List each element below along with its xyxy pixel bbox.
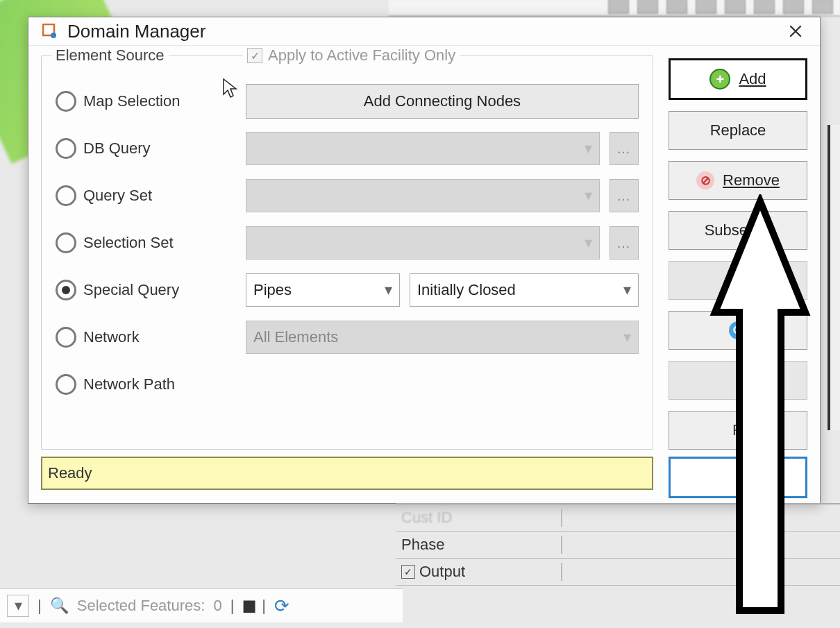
add-connecting-nodes-button[interactable]: Add Connecting Nodes: [246, 84, 639, 119]
button-label: R: [732, 421, 744, 439]
radio-icon: [56, 138, 76, 159]
dialog-close-button[interactable]: [669, 457, 807, 498]
dialog-titlebar[interactable]: Domain Manager: [28, 17, 820, 46]
radio-db-query[interactable]: DB Query: [56, 138, 236, 159]
radio-icon: [56, 232, 76, 253]
action-button-blank-1[interactable]: [669, 261, 807, 300]
selection-set-browse-button: …: [610, 226, 639, 260]
element-source-group: Element Source ✓ Apply to Active Facilit…: [41, 56, 653, 450]
radio-icon: [56, 91, 76, 112]
chevron-down-icon: ▾: [585, 234, 592, 252]
button-label: Add Connecting Nodes: [364, 92, 521, 110]
radio-selection-set[interactable]: Selection Set: [56, 232, 236, 253]
selection-set-combo: ▾: [246, 226, 600, 260]
radio-label: Special Query: [83, 281, 179, 299]
radio-label: Map Selection: [83, 92, 180, 110]
radio-icon: [56, 327, 76, 348]
radio-network[interactable]: Network: [56, 327, 236, 348]
svg-point-1: [51, 33, 56, 38]
chevron-down-icon: ▾: [585, 139, 592, 158]
db-query-browse-button: …: [610, 132, 639, 165]
radio-label: Query Set: [83, 187, 152, 205]
query-set-combo: ▾: [246, 179, 600, 212]
special-query-condition-combo[interactable]: Initially Closed ▾: [410, 273, 639, 307]
selected-features-count: 0: [213, 597, 221, 615]
add-button[interactable]: + Add: [669, 58, 807, 100]
property-label: Phase: [401, 536, 444, 554]
main-toolbar: [389, 0, 840, 17]
minus-icon: ⊘: [696, 171, 714, 189]
property-row-phase[interactable]: Phase: [396, 532, 840, 559]
radio-icon: [56, 185, 76, 206]
radio-network-path[interactable]: Network Path: [56, 374, 236, 395]
property-row-output[interactable]: ✓ Output: [396, 559, 840, 586]
close-button[interactable]: [780, 17, 812, 45]
radio-icon: [56, 280, 76, 300]
status-text: Ready: [48, 464, 92, 482]
refresh-button[interactable]: ⟳: [669, 311, 807, 350]
pause-icon[interactable]: ▮▮: [242, 597, 253, 615]
radio-label: Selection Set: [83, 234, 174, 252]
radio-special-query[interactable]: Special Query: [56, 280, 236, 300]
chevron-down-icon: ▾: [585, 187, 592, 205]
dialog-title: Domain Manager: [67, 21, 205, 42]
radio-label: Network: [83, 328, 140, 346]
apply-active-facility-checkbox: ✓ Apply to Active Facility Only: [243, 46, 460, 65]
refresh-icon: ⟳: [729, 321, 747, 339]
button-label: Replace: [710, 121, 766, 139]
network-combo: All Elements ▾: [246, 321, 639, 354]
special-query-type-combo[interactable]: Pipes ▾: [246, 273, 400, 307]
domain-manager-icon: [42, 24, 58, 39]
radio-map-selection[interactable]: Map Selection: [56, 91, 236, 112]
db-query-combo: ▾: [246, 132, 600, 165]
button-label: Add: [739, 70, 766, 87]
plus-icon: +: [709, 69, 730, 90]
combo-value: All Elements: [253, 328, 338, 346]
status-dropdown[interactable]: ▾: [7, 595, 29, 617]
combo-value: Initially Closed: [417, 281, 516, 299]
radio-query-set[interactable]: Query Set: [56, 185, 236, 206]
replace-button[interactable]: Replace: [669, 111, 807, 150]
chevron-down-icon: ▾: [623, 281, 631, 299]
remove-button[interactable]: ⊘ Remove: [669, 161, 807, 200]
dialog-body: Element Source ✓ Apply to Active Facilit…: [28, 46, 820, 457]
action-button-partial[interactable]: R: [669, 411, 807, 450]
combo-value: Pipes: [253, 281, 292, 299]
chevron-down-icon: ▾: [385, 281, 392, 299]
properties-panel: Cust ID Phase ✓ Output: [396, 503, 840, 586]
checkbox-icon[interactable]: ✓: [401, 565, 415, 579]
radio-label: DB Query: [83, 139, 151, 158]
app-status-bar: ▾ | 🔍 Selected Features: 0 | ▮▮ | ⟳: [0, 588, 403, 622]
property-label: Cust ID: [401, 509, 452, 527]
domain-manager-dialog: Domain Manager Element Source ✓ Apply to…: [28, 17, 821, 504]
action-buttons-column: + Add Replace ⊘ Remove Subselect ⟳ R: [669, 56, 807, 450]
zoom-selected-icon[interactable]: 🔍: [50, 597, 69, 615]
action-button-blank-2[interactable]: [669, 361, 807, 400]
side-panel-edge: [828, 125, 840, 430]
property-row-cust-id[interactable]: Cust ID: [396, 504, 840, 532]
query-set-browse-button: …: [610, 179, 639, 212]
group-legend: Element Source: [51, 46, 169, 65]
refresh-icon[interactable]: ⟳: [274, 595, 289, 617]
radio-icon: [56, 374, 76, 395]
radio-label: Network Path: [83, 375, 175, 393]
chevron-down-icon: ▾: [623, 328, 631, 346]
dialog-status-bar: Ready: [41, 457, 653, 490]
button-label: Subselect: [705, 221, 772, 239]
subselect-button[interactable]: Subselect: [669, 211, 807, 250]
property-label: Output: [419, 563, 465, 581]
selected-features-label: Selected Features:: [77, 597, 205, 615]
checkbox-icon: ✓: [247, 48, 262, 63]
button-label: Remove: [723, 171, 780, 189]
apply-active-facility-label: Apply to Active Facility Only: [268, 46, 455, 65]
